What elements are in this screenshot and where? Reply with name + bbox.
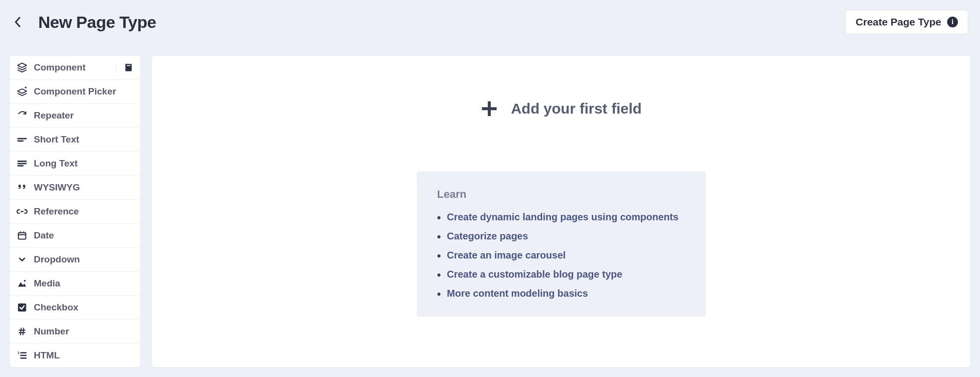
- short-text-icon: [17, 134, 27, 145]
- sidebar-item-short-text[interactable]: Short Text: [10, 128, 140, 152]
- checkbox-icon: [17, 302, 27, 313]
- svg-line-15: [21, 328, 22, 335]
- chevron-down-icon: [17, 254, 27, 265]
- learn-list: Create dynamic landing pages using compo…: [437, 212, 685, 299]
- learn-link[interactable]: Create a customizable blog page type: [437, 269, 685, 280]
- calendar-icon: [17, 230, 27, 241]
- learn-link[interactable]: Create dynamic landing pages using compo…: [437, 212, 685, 223]
- sidebar-item-label: Repeater: [34, 110, 74, 121]
- sidebar-item-label: Short Text: [34, 134, 79, 145]
- sidebar-item-reference[interactable]: Reference: [10, 200, 140, 224]
- sidebar-item-label: WYSIWYG: [34, 182, 80, 193]
- add-first-field-label: Add your first field: [511, 100, 642, 117]
- sidebar-item-date[interactable]: Date: [10, 224, 140, 248]
- chevron-left-icon: [14, 17, 21, 27]
- sidebar-item-label: Checkbox: [34, 302, 78, 313]
- content: Component Component Picker Repeater Shor…: [0, 56, 980, 377]
- sidebar-item-label: HTML: [34, 350, 60, 361]
- learn-link[interactable]: More content modeling basics: [437, 288, 685, 299]
- media-icon: [17, 278, 27, 289]
- sidebar-item-component[interactable]: Component: [10, 56, 140, 80]
- svg-point-11: [24, 280, 26, 282]
- sidebar-item-wysiwyg[interactable]: WYSIWYG: [10, 176, 140, 200]
- learn-panel: Learn Create dynamic landing pages using…: [417, 171, 706, 317]
- learn-link[interactable]: Categorize pages: [437, 231, 685, 242]
- header: New Page Type Create Page Type i: [0, 0, 980, 44]
- layers-plus-icon: [17, 86, 27, 97]
- sidebar-item-label: Media: [34, 278, 60, 289]
- back-button[interactable]: [12, 16, 24, 28]
- component-doc-icon[interactable]: [116, 63, 133, 72]
- sidebar-item-checkbox[interactable]: Checkbox: [10, 296, 140, 320]
- sidebar-item-label: Reference: [34, 206, 79, 217]
- info-icon: i: [947, 17, 958, 27]
- quotes-icon: [17, 182, 27, 193]
- plus-icon: [480, 100, 498, 118]
- svg-rect-6: [19, 233, 26, 239]
- header-left: New Page Type: [12, 13, 156, 32]
- sidebar-item-label: Dropdown: [34, 254, 80, 265]
- main-canvas: Add your first field Learn Create dynami…: [152, 56, 970, 367]
- sidebar-item-label: Number: [34, 326, 69, 337]
- sidebar-item-repeater[interactable]: Repeater: [10, 104, 140, 128]
- book-icon: [124, 63, 133, 72]
- sidebar-item-number[interactable]: Number: [10, 320, 140, 344]
- svg-rect-22: [482, 107, 497, 110]
- svg-line-16: [23, 328, 24, 335]
- sidebar-item-label: Component Picker: [34, 86, 116, 97]
- sidebar-item-html[interactable]: 1 HTML: [10, 344, 140, 367]
- sidebar-item-label: Component: [34, 62, 86, 73]
- sidebar-item-media[interactable]: Media: [10, 272, 140, 296]
- add-first-field-button[interactable]: Add your first field: [480, 100, 642, 118]
- sidebar-item-dropdown[interactable]: Dropdown: [10, 248, 140, 272]
- sidebar-item-component-picker[interactable]: Component Picker: [10, 80, 140, 104]
- hash-icon: [17, 326, 27, 337]
- svg-rect-0: [127, 65, 131, 66]
- long-text-icon: [17, 158, 27, 169]
- link-icon: [17, 206, 27, 217]
- repeat-icon: [17, 110, 27, 121]
- create-button-label: Create Page Type: [855, 16, 941, 28]
- field-types-sidebar: Component Component Picker Repeater Shor…: [10, 56, 140, 367]
- layers-icon: [17, 62, 27, 73]
- svg-marker-10: [18, 282, 26, 286]
- list-num-icon: 1: [17, 350, 27, 361]
- svg-rect-12: [18, 304, 26, 312]
- svg-text:1: 1: [18, 351, 20, 355]
- learn-title: Learn: [437, 188, 685, 201]
- create-page-type-button[interactable]: Create Page Type i: [845, 10, 968, 34]
- learn-link[interactable]: Create an image carousel: [437, 250, 685, 261]
- sidebar-item-label: Long Text: [34, 158, 77, 169]
- sidebar-item-long-text[interactable]: Long Text: [10, 152, 140, 176]
- page-title: New Page Type: [38, 13, 156, 32]
- sidebar-item-label: Date: [34, 230, 54, 241]
